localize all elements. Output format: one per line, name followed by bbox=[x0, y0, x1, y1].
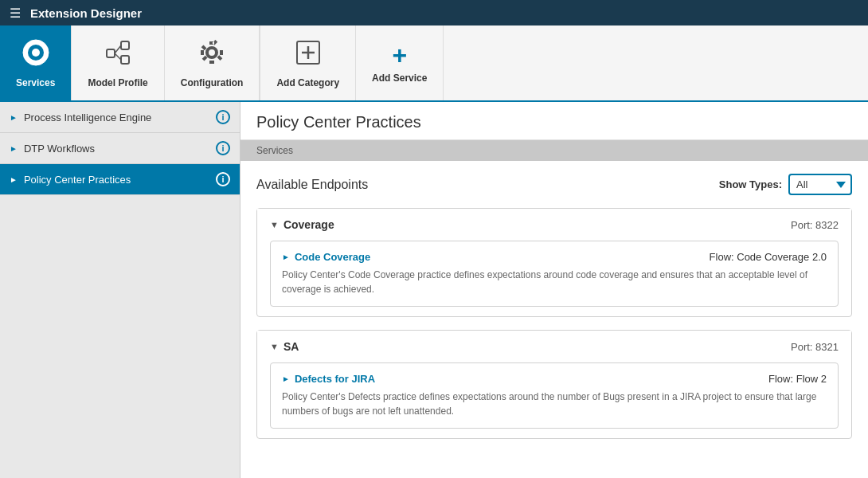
endpoint-arrow-icon: ► bbox=[282, 253, 290, 261]
svg-line-7 bbox=[115, 53, 121, 60]
sidebar-arrow-policy: ► bbox=[10, 175, 18, 184]
endpoint-defects-jira-desc: Policy Center's Defects practice defines… bbox=[282, 390, 827, 418]
section-coverage-body: ► Code Coverage Flow: Code Coverage 2.0 … bbox=[257, 241, 851, 316]
sa-port: Port: 8321 bbox=[791, 341, 839, 353]
sidebar-item-policy-center[interactable]: ► Policy Center Practices i bbox=[0, 164, 240, 195]
endpoint-code-coverage-flow: Flow: Code Coverage 2.0 bbox=[710, 251, 827, 263]
sa-arrow-icon: ▼ bbox=[270, 342, 279, 351]
show-types-label: Show Types: bbox=[719, 178, 782, 190]
endpoint-code-coverage: ► Code Coverage Flow: Code Coverage 2.0 … bbox=[270, 241, 839, 307]
sidebar-label-dtp: DTP Workflows bbox=[24, 143, 95, 155]
sidebar-item-process-intelligence[interactable]: ► Process Intelligence Engine i bbox=[0, 102, 240, 133]
endpoint-defects-arrow-icon: ► bbox=[282, 374, 290, 383]
toolbar-configuration[interactable]: Configuration bbox=[165, 25, 260, 100]
app-title: Extension Designer bbox=[30, 6, 142, 20]
coverage-port: Port: 8322 bbox=[791, 219, 839, 231]
endpoint-defects-jira: ► Defects for JIRA Flow: Flow 2 Policy C… bbox=[270, 362, 839, 429]
endpoint-code-coverage-desc: Policy Center's Code Coverage practice d… bbox=[282, 268, 827, 296]
model-profile-icon bbox=[104, 38, 132, 72]
section-coverage-title[interactable]: ▼ Coverage bbox=[270, 218, 334, 231]
content-header: Policy Center Practices bbox=[240, 102, 868, 140]
sidebar-arrow-process: ► bbox=[10, 113, 18, 122]
svg-rect-4 bbox=[121, 41, 129, 49]
services-icon bbox=[22, 38, 50, 72]
info-icon-dtp[interactable]: i bbox=[216, 141, 230, 155]
endpoint-code-coverage-header: ► Code Coverage Flow: Code Coverage 2.0 bbox=[282, 251, 827, 263]
breadcrumb: Services bbox=[240, 140, 868, 161]
info-icon-policy[interactable]: i bbox=[216, 172, 230, 186]
add-service-icon: + bbox=[392, 42, 407, 68]
sa-name: SA bbox=[283, 340, 299, 353]
coverage-name: Coverage bbox=[283, 218, 334, 231]
section-sa-title[interactable]: ▼ SA bbox=[270, 340, 299, 353]
endpoint-defects-jira-flow: Flow: Flow 2 bbox=[768, 373, 827, 385]
info-icon-process[interactable]: i bbox=[216, 110, 230, 124]
toolbar-add-service-label: Add Service bbox=[372, 72, 427, 84]
toolbar-add-service[interactable]: + Add Service bbox=[356, 25, 444, 100]
sidebar-item-dtp-workflows[interactable]: ► DTP Workflows i bbox=[0, 133, 240, 164]
toolbar-add-category-label: Add Category bbox=[276, 77, 339, 88]
sidebar-label-process: Process Intelligence Engine bbox=[24, 112, 151, 123]
top-header: ☰ Extension Designer bbox=[0, 0, 868, 25]
svg-rect-5 bbox=[121, 56, 129, 64]
hamburger-icon[interactable]: ☰ bbox=[10, 6, 21, 21]
endpoint-defects-name-text: Defects for JIRA bbox=[295, 373, 375, 385]
toolbar-services[interactable]: Services bbox=[0, 25, 72, 100]
sidebar-label-policy: Policy Center Practices bbox=[24, 174, 131, 186]
show-types-select[interactable]: All REST SOAP bbox=[788, 174, 852, 195]
content-body: Available Endpoints Show Types: All REST… bbox=[240, 161, 868, 464]
breadcrumb-text: Services bbox=[256, 145, 293, 156]
toolbar: Services Model Profile Configuration Add… bbox=[0, 25, 868, 102]
show-types-control: Show Types: All REST SOAP bbox=[719, 174, 852, 195]
svg-rect-3 bbox=[107, 49, 115, 57]
sidebar-arrow-dtp: ► bbox=[10, 144, 18, 153]
endpoints-header: Available Endpoints Show Types: All REST… bbox=[256, 174, 852, 195]
configuration-icon bbox=[197, 38, 226, 72]
page-title: Policy Center Practices bbox=[256, 113, 852, 131]
toolbar-configuration-label: Configuration bbox=[181, 77, 244, 88]
toolbar-services-label: Services bbox=[16, 77, 55, 88]
section-sa-body: ► Defects for JIRA Flow: Flow 2 Policy C… bbox=[257, 362, 851, 438]
coverage-arrow-icon: ▼ bbox=[270, 220, 279, 229]
endpoint-name-text: Code Coverage bbox=[295, 251, 370, 263]
content-area: Policy Center Practices Services Availab… bbox=[240, 102, 868, 478]
section-sa: ▼ SA Port: 8321 ► Defects for JIRA Flow:… bbox=[256, 330, 852, 439]
section-coverage: ▼ Coverage Port: 8322 ► Code Coverage Fl… bbox=[256, 208, 852, 317]
add-category-icon bbox=[294, 38, 323, 72]
toolbar-model-profile-label: Model Profile bbox=[88, 77, 147, 88]
main-layout: ► Process Intelligence Engine i ► DTP Wo… bbox=[0, 102, 868, 478]
endpoint-code-coverage-name[interactable]: ► Code Coverage bbox=[282, 251, 370, 263]
toolbar-model-profile[interactable]: Model Profile bbox=[72, 25, 164, 100]
endpoints-title: Available Endpoints bbox=[256, 178, 368, 192]
svg-line-6 bbox=[115, 45, 121, 53]
svg-point-2 bbox=[32, 49, 40, 57]
section-coverage-header: ▼ Coverage Port: 8322 bbox=[257, 209, 851, 241]
sidebar: ► Process Intelligence Engine i ► DTP Wo… bbox=[0, 102, 240, 478]
endpoint-defects-jira-name[interactable]: ► Defects for JIRA bbox=[282, 373, 375, 385]
toolbar-add-category[interactable]: Add Category bbox=[260, 25, 356, 100]
endpoint-defects-jira-header: ► Defects for JIRA Flow: Flow 2 bbox=[282, 373, 827, 385]
section-sa-header: ▼ SA Port: 8321 bbox=[257, 331, 851, 362]
